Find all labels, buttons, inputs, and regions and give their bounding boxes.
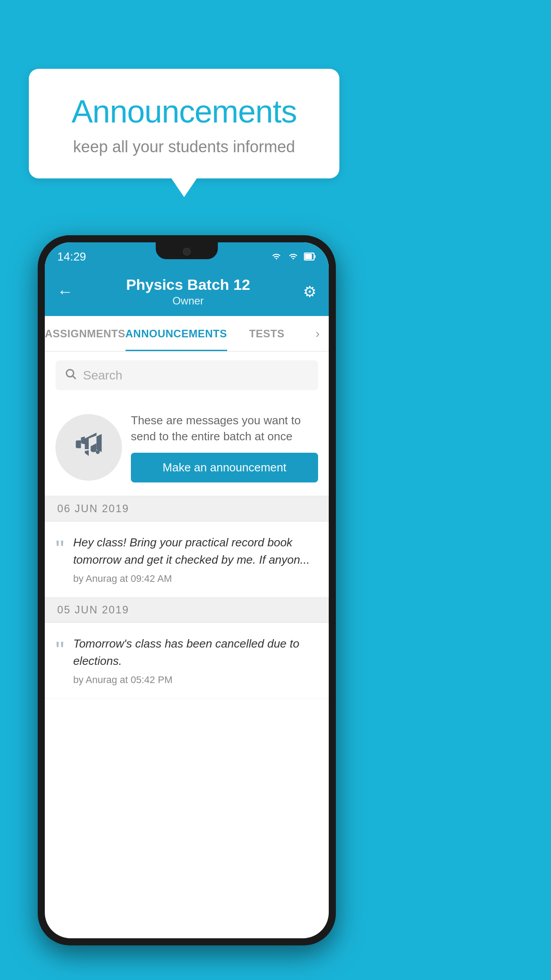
megaphone-icon (73, 429, 104, 466)
battery-icon (304, 252, 316, 261)
speech-bubble-card: Announcements keep all your students inf… (29, 69, 339, 178)
quote-icon-2: " (55, 638, 64, 663)
announcement-text-1: Hey class! Bring your practical record b… (73, 534, 318, 569)
search-icon (64, 368, 77, 383)
bubble-title: Announcements (55, 93, 313, 130)
search-placeholder: Search (83, 368, 122, 383)
announcement-content-2: Tomorrow's class has been cancelled due … (73, 635, 318, 686)
prompt-description: These are messages you want to send to t… (131, 412, 318, 445)
tab-tests[interactable]: TESTS (227, 316, 307, 351)
phone-mockup: 14:29 ← (38, 235, 336, 945)
signal-icon (287, 252, 299, 261)
search-container: Search (45, 352, 329, 399)
tabs-bar: ASSIGNMENTS ANNOUNCEMENTS TESTS › (45, 316, 329, 352)
camera-icon (183, 248, 191, 256)
phone-notch (156, 242, 218, 259)
svg-point-5 (96, 450, 100, 454)
prompt-content: These are messages you want to send to t… (131, 412, 318, 482)
settings-button[interactable]: ⚙ (303, 283, 316, 300)
phone-outer: 14:29 ← (38, 235, 336, 945)
tab-announcements[interactable]: ANNOUNCEMENTS (126, 316, 227, 351)
header-subtitle: Owner (126, 295, 250, 307)
back-button[interactable]: ← (57, 282, 73, 301)
header-center: Physics Batch 12 Owner (126, 276, 250, 307)
date-separator-1: 06 JUN 2019 (45, 496, 329, 522)
tab-more[interactable]: › (307, 316, 329, 351)
speech-bubble-section: Announcements keep all your students inf… (29, 69, 339, 178)
announcement-prompt: These are messages you want to send to t… (45, 399, 329, 496)
announcement-meta-2: by Anurag at 05:42 PM (73, 674, 318, 686)
announcement-content-1: Hey class! Bring your practical record b… (73, 534, 318, 585)
svg-rect-2 (305, 254, 312, 259)
wifi-icon (270, 252, 283, 261)
announcement-item-1[interactable]: " Hey class! Bring your practical record… (45, 522, 329, 597)
tab-assignments[interactable]: ASSIGNMENTS (45, 316, 126, 351)
status-icons (270, 252, 316, 261)
quote-icon-1: " (55, 537, 64, 561)
svg-line-4 (73, 376, 75, 379)
date-separator-2: 05 JUN 2019 (45, 597, 329, 623)
svg-point-3 (67, 370, 74, 377)
status-time: 14:29 (57, 250, 86, 264)
bubble-subtitle: keep all your students informed (55, 138, 313, 156)
phone-screen: 14:29 ← (45, 242, 329, 938)
announcement-item-2[interactable]: " Tomorrow's class has been cancelled du… (45, 623, 329, 699)
search-bar[interactable]: Search (55, 360, 318, 390)
megaphone-circle (55, 414, 122, 481)
announcement-meta-1: by Anurag at 09:42 AM (73, 573, 318, 585)
svg-rect-1 (314, 255, 315, 258)
announcement-text-2: Tomorrow's class has been cancelled due … (73, 635, 318, 670)
header-title: Physics Batch 12 (126, 276, 250, 293)
make-announcement-button[interactable]: Make an announcement (131, 453, 318, 482)
app-header: ← Physics Batch 12 Owner ⚙ (45, 267, 329, 316)
